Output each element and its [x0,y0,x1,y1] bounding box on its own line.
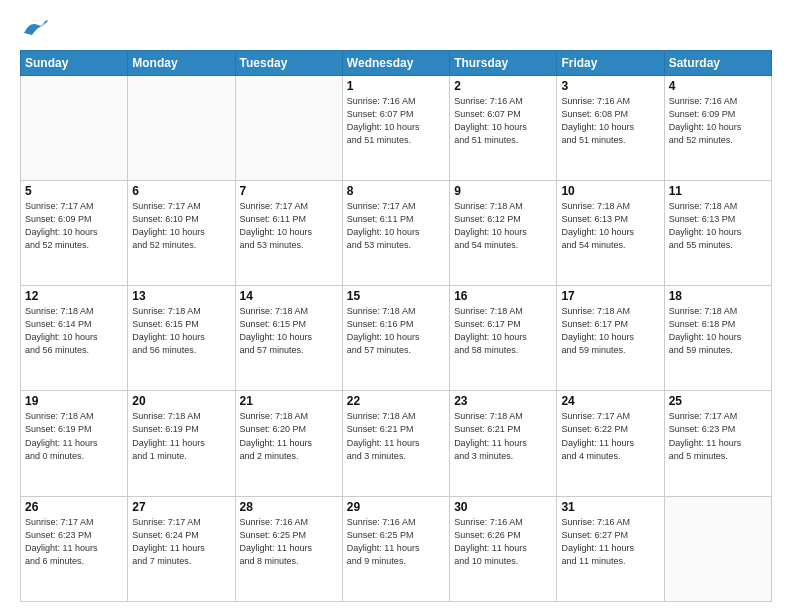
logo-bird-icon [22,19,48,39]
calendar-cell: 30Sunrise: 7:16 AM Sunset: 6:26 PM Dayli… [450,496,557,601]
calendar-cell: 6Sunrise: 7:17 AM Sunset: 6:10 PM Daylig… [128,180,235,285]
day-info: Sunrise: 7:18 AM Sunset: 6:15 PM Dayligh… [240,305,338,357]
day-info: Sunrise: 7:18 AM Sunset: 6:18 PM Dayligh… [669,305,767,357]
day-number: 27 [132,500,230,514]
day-number: 3 [561,79,659,93]
calendar-cell: 23Sunrise: 7:18 AM Sunset: 6:21 PM Dayli… [450,391,557,496]
logo [20,18,48,40]
day-info: Sunrise: 7:18 AM Sunset: 6:12 PM Dayligh… [454,200,552,252]
day-info: Sunrise: 7:18 AM Sunset: 6:17 PM Dayligh… [454,305,552,357]
calendar-cell: 27Sunrise: 7:17 AM Sunset: 6:24 PM Dayli… [128,496,235,601]
calendar-cell: 11Sunrise: 7:18 AM Sunset: 6:13 PM Dayli… [664,180,771,285]
day-number: 6 [132,184,230,198]
day-info: Sunrise: 7:16 AM Sunset: 6:26 PM Dayligh… [454,516,552,568]
day-info: Sunrise: 7:18 AM Sunset: 6:14 PM Dayligh… [25,305,123,357]
calendar-cell: 31Sunrise: 7:16 AM Sunset: 6:27 PM Dayli… [557,496,664,601]
calendar-cell: 28Sunrise: 7:16 AM Sunset: 6:25 PM Dayli… [235,496,342,601]
day-number: 31 [561,500,659,514]
day-number: 1 [347,79,445,93]
day-info: Sunrise: 7:17 AM Sunset: 6:24 PM Dayligh… [132,516,230,568]
calendar-cell [21,75,128,180]
calendar-row-2: 12Sunrise: 7:18 AM Sunset: 6:14 PM Dayli… [21,286,772,391]
weekday-header-thursday: Thursday [450,50,557,75]
day-info: Sunrise: 7:17 AM Sunset: 6:22 PM Dayligh… [561,410,659,462]
calendar-cell: 22Sunrise: 7:18 AM Sunset: 6:21 PM Dayli… [342,391,449,496]
day-number: 2 [454,79,552,93]
day-number: 10 [561,184,659,198]
calendar-cell: 8Sunrise: 7:17 AM Sunset: 6:11 PM Daylig… [342,180,449,285]
day-number: 22 [347,394,445,408]
day-info: Sunrise: 7:17 AM Sunset: 6:09 PM Dayligh… [25,200,123,252]
calendar-row-1: 5Sunrise: 7:17 AM Sunset: 6:09 PM Daylig… [21,180,772,285]
calendar-cell: 24Sunrise: 7:17 AM Sunset: 6:22 PM Dayli… [557,391,664,496]
day-info: Sunrise: 7:17 AM Sunset: 6:11 PM Dayligh… [240,200,338,252]
day-info: Sunrise: 7:18 AM Sunset: 6:17 PM Dayligh… [561,305,659,357]
calendar-cell: 4Sunrise: 7:16 AM Sunset: 6:09 PM Daylig… [664,75,771,180]
day-info: Sunrise: 7:18 AM Sunset: 6:21 PM Dayligh… [454,410,552,462]
day-info: Sunrise: 7:17 AM Sunset: 6:10 PM Dayligh… [132,200,230,252]
day-info: Sunrise: 7:16 AM Sunset: 6:25 PM Dayligh… [240,516,338,568]
calendar-cell: 26Sunrise: 7:17 AM Sunset: 6:23 PM Dayli… [21,496,128,601]
day-info: Sunrise: 7:17 AM Sunset: 6:23 PM Dayligh… [25,516,123,568]
weekday-header-tuesday: Tuesday [235,50,342,75]
calendar-cell: 1Sunrise: 7:16 AM Sunset: 6:07 PM Daylig… [342,75,449,180]
calendar-cell: 17Sunrise: 7:18 AM Sunset: 6:17 PM Dayli… [557,286,664,391]
day-number: 25 [669,394,767,408]
calendar-row-4: 26Sunrise: 7:17 AM Sunset: 6:23 PM Dayli… [21,496,772,601]
day-number: 11 [669,184,767,198]
weekday-header-sunday: Sunday [21,50,128,75]
day-number: 18 [669,289,767,303]
header [20,18,772,40]
day-info: Sunrise: 7:16 AM Sunset: 6:08 PM Dayligh… [561,95,659,147]
day-info: Sunrise: 7:18 AM Sunset: 6:19 PM Dayligh… [132,410,230,462]
day-number: 29 [347,500,445,514]
calendar-cell: 10Sunrise: 7:18 AM Sunset: 6:13 PM Dayli… [557,180,664,285]
calendar-row-0: 1Sunrise: 7:16 AM Sunset: 6:07 PM Daylig… [21,75,772,180]
day-number: 24 [561,394,659,408]
day-number: 13 [132,289,230,303]
calendar-cell: 18Sunrise: 7:18 AM Sunset: 6:18 PM Dayli… [664,286,771,391]
day-number: 15 [347,289,445,303]
day-number: 12 [25,289,123,303]
calendar-cell [235,75,342,180]
day-number: 14 [240,289,338,303]
day-number: 30 [454,500,552,514]
day-number: 20 [132,394,230,408]
calendar-cell: 25Sunrise: 7:17 AM Sunset: 6:23 PM Dayli… [664,391,771,496]
day-info: Sunrise: 7:18 AM Sunset: 6:13 PM Dayligh… [669,200,767,252]
weekday-header-friday: Friday [557,50,664,75]
calendar-cell: 3Sunrise: 7:16 AM Sunset: 6:08 PM Daylig… [557,75,664,180]
calendar-cell: 29Sunrise: 7:16 AM Sunset: 6:25 PM Dayli… [342,496,449,601]
calendar-cell [664,496,771,601]
day-number: 23 [454,394,552,408]
calendar-cell: 13Sunrise: 7:18 AM Sunset: 6:15 PM Dayli… [128,286,235,391]
weekday-header-wednesday: Wednesday [342,50,449,75]
logo-text [20,18,48,40]
day-info: Sunrise: 7:16 AM Sunset: 6:27 PM Dayligh… [561,516,659,568]
day-info: Sunrise: 7:18 AM Sunset: 6:16 PM Dayligh… [347,305,445,357]
day-info: Sunrise: 7:18 AM Sunset: 6:20 PM Dayligh… [240,410,338,462]
day-number: 21 [240,394,338,408]
day-number: 28 [240,500,338,514]
calendar-cell: 20Sunrise: 7:18 AM Sunset: 6:19 PM Dayli… [128,391,235,496]
calendar-table: SundayMondayTuesdayWednesdayThursdayFrid… [20,50,772,602]
day-number: 5 [25,184,123,198]
calendar-cell: 7Sunrise: 7:17 AM Sunset: 6:11 PM Daylig… [235,180,342,285]
day-info: Sunrise: 7:17 AM Sunset: 6:11 PM Dayligh… [347,200,445,252]
calendar-cell: 15Sunrise: 7:18 AM Sunset: 6:16 PM Dayli… [342,286,449,391]
day-info: Sunrise: 7:18 AM Sunset: 6:13 PM Dayligh… [561,200,659,252]
day-number: 9 [454,184,552,198]
calendar-cell: 2Sunrise: 7:16 AM Sunset: 6:07 PM Daylig… [450,75,557,180]
calendar-cell: 9Sunrise: 7:18 AM Sunset: 6:12 PM Daylig… [450,180,557,285]
weekday-header-saturday: Saturday [664,50,771,75]
day-number: 26 [25,500,123,514]
day-info: Sunrise: 7:16 AM Sunset: 6:07 PM Dayligh… [347,95,445,147]
page: SundayMondayTuesdayWednesdayThursdayFrid… [0,0,792,612]
calendar-cell: 16Sunrise: 7:18 AM Sunset: 6:17 PM Dayli… [450,286,557,391]
day-number: 19 [25,394,123,408]
day-info: Sunrise: 7:16 AM Sunset: 6:07 PM Dayligh… [454,95,552,147]
day-info: Sunrise: 7:18 AM Sunset: 6:15 PM Dayligh… [132,305,230,357]
calendar-cell [128,75,235,180]
weekday-header-monday: Monday [128,50,235,75]
weekday-header-row: SundayMondayTuesdayWednesdayThursdayFrid… [21,50,772,75]
